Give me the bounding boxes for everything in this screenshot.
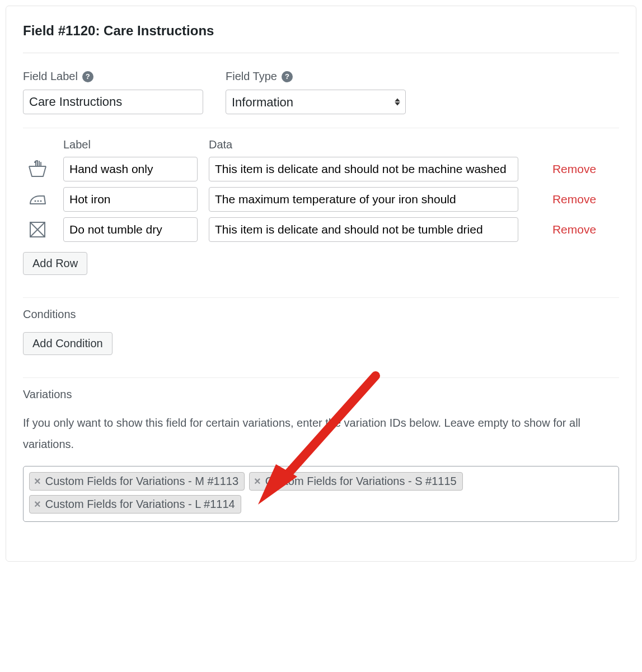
col-label-header: Label [63,138,198,151]
table-row: Remove [23,157,619,181]
iron-icon [23,188,52,211]
field-label-label: Field Label ? [23,70,203,83]
add-row-button[interactable]: Add Row [23,252,87,275]
help-icon[interactable]: ? [282,71,293,82]
remove-row-link[interactable]: Remove [552,193,596,206]
variation-tag: × Custom Fields for Variations - L #1114 [29,495,241,514]
svg-point-2 [35,200,36,202]
variation-tag-label: Custom Fields for Variations - M #1113 [45,475,238,488]
col-data-header: Data [209,138,518,151]
add-condition-button[interactable]: Add Condition [23,332,113,355]
help-icon[interactable]: ? [82,71,93,82]
field-type-text: Field Type [226,70,277,83]
row-label-input[interactable] [63,157,198,181]
row-label-input[interactable] [63,217,198,242]
variations-helper-text: If you only want to show this field for … [23,412,619,455]
hand-wash-icon [23,158,52,180]
field-label-input[interactable] [23,90,203,114]
row-data-input[interactable] [209,217,518,242]
conditions-heading: Conditions [23,308,619,321]
close-icon[interactable]: × [33,475,42,488]
field-type-label: Field Type ? [226,70,406,83]
variation-tag-label: Custom Fields for Variations - S #1115 [265,475,457,488]
info-table-header: Label Data [23,138,619,151]
field-label-text: Field Label [23,70,78,83]
svg-point-3 [38,200,39,202]
panel-title: Field #1120: Care Instructions [23,23,619,39]
svg-point-4 [40,200,42,202]
close-icon[interactable]: × [253,475,262,488]
divider [23,377,619,378]
variation-tag: × Custom Fields for Variations - M #1113 [29,472,245,491]
close-icon[interactable]: × [33,498,42,511]
field-type-select[interactable]: Information [226,90,406,114]
variations-heading: Variations [23,388,619,401]
table-row: Remove [23,217,619,242]
remove-row-link[interactable]: Remove [552,162,596,175]
variation-tag: × Custom Fields for Variations - S #1115 [249,472,463,491]
divider [23,128,619,128]
field-settings-panel: Field #1120: Care Instructions Field Lab… [6,6,636,562]
remove-row-link[interactable]: Remove [552,223,596,236]
variation-tag-label: Custom Fields for Variations - L #1114 [45,498,235,511]
row-data-input[interactable] [209,187,518,212]
no-tumble-dry-icon [23,218,52,241]
divider [23,53,619,53]
variations-tag-input[interactable]: × Custom Fields for Variations - M #1113… [23,466,619,522]
row-label-input[interactable] [63,187,198,212]
row-data-input[interactable] [209,157,518,181]
divider [23,297,619,298]
table-row: Remove [23,187,619,212]
field-basics-row: Field Label ? Field Type ? Information [23,70,619,114]
